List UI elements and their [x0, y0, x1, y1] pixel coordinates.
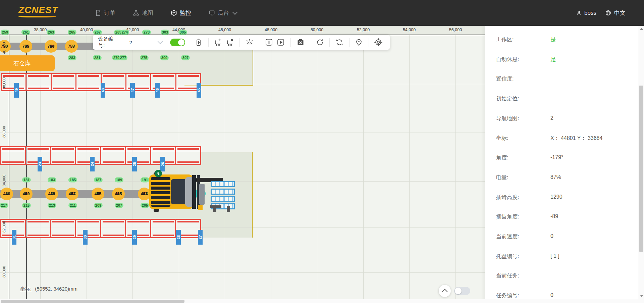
- device-enable-toggle[interactable]: [170, 39, 185, 46]
- device-number-value[interactable]: 2: [129, 40, 132, 45]
- panel-row-label: 置信度:: [496, 75, 550, 84]
- scroll-up-arrow-icon[interactable]: [640, 28, 643, 30]
- node-id-label: 275: [140, 55, 149, 60]
- vertical-scrollbar[interactable]: [638, 26, 644, 299]
- rack-number-tag: 29: [132, 230, 137, 245]
- warehouse-zone-tag[interactable]: 右仓库: [0, 55, 55, 71]
- panel-row: 插齿角度:-89: [496, 213, 631, 221]
- rack-number-tag: 24: [90, 157, 95, 171]
- brand-logo[interactable]: ZCNEST: [18, 5, 58, 17]
- rack-number: 29: [132, 235, 137, 239]
- vertical-scrollbar-thumb[interactable]: [639, 86, 643, 252]
- divider: [349, 38, 350, 47]
- panel-row: 初始定位:: [496, 95, 631, 103]
- map-node[interactable]: 78955: [19, 40, 32, 53]
- rack-cell: [150, 220, 175, 237]
- panel-row-label: 电量:: [496, 174, 550, 182]
- ruler-tick-label: 50,000: [311, 28, 323, 32]
- device-number-label: 设备编号:: [98, 36, 119, 49]
- rack-row: 4948474645: [1, 73, 201, 91]
- rack-number-tag: 47: [130, 83, 135, 98]
- globe-icon: [605, 10, 611, 16]
- horizontal-scrollbar-thumb[interactable]: [1, 300, 184, 303]
- node-id-label: 261: [21, 30, 30, 35]
- node-id-label: 277: [119, 55, 127, 60]
- node-id-label: 267: [93, 30, 102, 35]
- locate-target-icon[interactable]: [374, 37, 383, 47]
- forklift-robot[interactable]: 2: [148, 172, 238, 213]
- user-menu[interactable]: boss: [576, 10, 596, 16]
- scroll-down-arrow-icon[interactable]: [640, 295, 643, 297]
- pallet-leg-bar: [210, 205, 221, 208]
- ruler-tick-label: 36,000: [2, 121, 6, 142]
- cancel-task-icon[interactable]: [296, 37, 305, 47]
- panel-row-value: 0: [550, 233, 553, 241]
- rack-number: 30: [83, 235, 87, 239]
- rack-cell: [75, 74, 100, 90]
- pallet-unload-icon[interactable]: [225, 37, 235, 47]
- rack-row: 3130292827: [0, 219, 201, 238]
- nav-item-label: 监控: [180, 9, 191, 17]
- rack-cell: [50, 147, 75, 164]
- forklift-fork-base: [198, 205, 203, 210]
- zone-border: [252, 152, 253, 238]
- forklift-engine-grill: [151, 177, 170, 207]
- node-id-label: 217: [0, 203, 8, 208]
- panel-row-label: 自动休息:: [496, 56, 550, 64]
- node-number: 44: [67, 188, 79, 200]
- node-id-label: 185: [68, 178, 77, 183]
- rack-cell: [150, 74, 175, 90]
- ruler-tick-label: 34,000: [2, 170, 6, 191]
- node-id-label: 207: [115, 203, 123, 208]
- play-icon[interactable]: [276, 37, 286, 47]
- map-node[interactable]: 45645: [92, 188, 104, 200]
- rack-number: 46: [155, 88, 159, 92]
- collapse-panel-button[interactable]: [439, 285, 451, 297]
- map-node[interactable]: 78854: [45, 40, 57, 53]
- language-switch[interactable]: 中文: [605, 9, 626, 17]
- panel-row: 工作区:是: [496, 36, 631, 44]
- refresh-icon[interactable]: [315, 37, 325, 47]
- map-node[interactable]: 78753: [65, 40, 78, 53]
- node-number: 46: [113, 188, 126, 200]
- ruler-tick-label: 30,000: [2, 261, 6, 282]
- rack-cell: [1, 147, 25, 164]
- panel-row-label: 角度:: [496, 154, 550, 162]
- map-node[interactable]: 45744: [66, 188, 78, 200]
- brand-logo-underline: [18, 16, 56, 17]
- language-label: 中文: [614, 9, 626, 17]
- nav-item-map[interactable]: 地图: [133, 9, 153, 17]
- rack-number: 28: [176, 235, 180, 239]
- rack-number-tag: 30: [83, 230, 88, 245]
- pallet-load-icon[interactable]: [213, 37, 223, 47]
- panel-row: 角度:-179°: [496, 154, 631, 162]
- map-node[interactable]: 45942: [20, 188, 33, 200]
- horizontal-scrollbar[interactable]: [0, 299, 638, 303]
- device-toolbar: 设备编号: 2: [93, 35, 390, 50]
- rack-number-tag: 26: [160, 157, 165, 171]
- location-pin-icon[interactable]: [354, 37, 364, 47]
- node-number: 42: [21, 188, 34, 200]
- nav-right: boss 中文: [576, 0, 626, 26]
- battery-charge-icon[interactable]: [194, 37, 204, 47]
- ruler-tick-label: 32,000: [2, 216, 6, 237]
- pallet-row: [211, 181, 235, 187]
- node-number: 54: [46, 40, 58, 53]
- panel-row-value: 是: [550, 56, 556, 64]
- grid-line-vertical: [225, 35, 225, 299]
- panel-row-label: 坐标:: [496, 135, 550, 143]
- map-node[interactable]: 45843: [45, 188, 58, 200]
- chevron-down-icon[interactable]: [158, 39, 163, 44]
- nav-item-backend[interactable]: 后台: [209, 9, 237, 17]
- sync-icon[interactable]: [334, 37, 344, 47]
- panel-row: 导航地图:2: [496, 115, 631, 123]
- sitemap-icon: [133, 10, 139, 16]
- rack-number-tag: 31: [12, 230, 16, 245]
- pause-icon[interactable]: [264, 37, 274, 47]
- cube-icon: [171, 10, 177, 16]
- map-node[interactable]: 45546: [112, 188, 125, 200]
- nav-item-orders[interactable]: 订单: [95, 9, 115, 17]
- alarm-icon[interactable]: [245, 37, 254, 47]
- map-option-toggle[interactable]: [454, 287, 470, 295]
- nav-item-monitor[interactable]: 监控: [171, 9, 191, 17]
